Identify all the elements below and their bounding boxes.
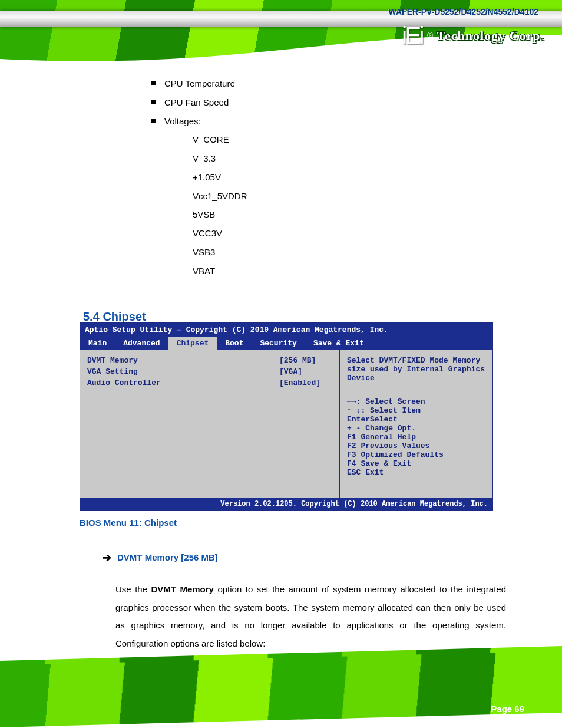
registered-icon: ® (427, 31, 434, 41)
bios-setting-label: Audio Controller (87, 378, 161, 387)
bios-tab: Chipset (168, 337, 217, 350)
monitor-list: CPU TemperatureCPU Fan SpeedVoltages:V_C… (151, 75, 505, 279)
para-before: Use the (115, 584, 151, 594)
bios-help-pane: Select DVMT/FIXED Mode Memory size used … (340, 350, 492, 498)
bios-tab: Security (252, 337, 305, 350)
bios-tab: Boot (217, 337, 252, 350)
bios-setting-row: Audio Controller[Enabled] (87, 378, 332, 387)
bios-nav-line: EnterSelect (347, 415, 485, 424)
list-item: CPU Temperature (151, 75, 505, 92)
section-title: Chipset (103, 310, 146, 323)
bios-menu-figure: Aptio Setup Utility – Copyright (C) 2010… (80, 322, 493, 511)
bios-footer: Version 2.02.1205. Copyright (C) 2010 Am… (80, 498, 492, 510)
list-item: VSB3 (193, 244, 505, 261)
list-item: +1.05V (193, 169, 505, 186)
option-heading-row: ➔ DVMT Memory [256 MB] (103, 547, 506, 569)
voltage-sublist: V_COREV_3.3+1.05VVcc1_5VDDR5VSBVCC3VVSB3… (193, 131, 505, 279)
figure-caption: BIOS Menu 11: Chipset (80, 518, 177, 528)
bios-nav-line: F3 Optimized Defaults (347, 450, 485, 459)
bios-help-text: Select DVMT/FIXED Mode Memory size used … (347, 356, 485, 383)
list-item: 5VSB (193, 206, 505, 223)
brand-name-text: Technology Corp (437, 28, 540, 43)
bios-setting-label: VGA Setting (87, 367, 138, 376)
brand-block: iEi ® Technology Corp. (402, 24, 544, 48)
bios-header: Aptio Setup Utility – Copyright (C) 2010… (80, 323, 492, 337)
brand-name: Technology Corp. (437, 28, 544, 44)
bios-tabs: MainAdvancedChipsetBootSecuritySave & Ex… (80, 337, 492, 350)
bios-setting-value: [VGA] (279, 367, 332, 376)
arrow-right-icon: ➔ (103, 547, 111, 569)
list-item: VBAT (193, 263, 505, 279)
bios-divider (347, 390, 485, 390)
bios-nav-line: F2 Previous Values (347, 442, 485, 450)
bios-settings-pane: DVMT Memory[256 MB]VGA Setting[VGA]Audio… (80, 350, 340, 498)
bios-setting-row: VGA Setting[VGA] (87, 367, 332, 376)
para-bold: DVMT Memory (151, 584, 213, 594)
list-item: V_CORE (193, 131, 505, 148)
document-title: WAFER-PV-D5252/D4252/N4552/D4102 (389, 7, 538, 17)
list-item: V_3.3 (193, 150, 505, 167)
bios-setting-label: DVMT Memory (87, 356, 138, 365)
list-item: Vcc1_5VDDR (193, 188, 505, 205)
bios-nav-line: ←→: Select Screen (347, 397, 485, 406)
page-number: Page 69 (491, 704, 524, 714)
list-item: VCC3V (193, 225, 505, 242)
bios-nav-line: + - Change Opt. (347, 424, 485, 433)
footer-band (0, 645, 562, 728)
bios-nav-line: F4 Save & Exit (347, 459, 485, 468)
option-heading: DVMT Memory [256 MB] (117, 549, 218, 567)
brand-logo-text: iEi (402, 24, 422, 48)
bios-tab: Save & Exit (305, 337, 372, 350)
section-number: 5.4 (83, 310, 100, 323)
list-item: Voltages:V_COREV_3.3+1.05VVcc1_5VDDR5VSB… (151, 113, 505, 279)
brand-suffix: . (542, 33, 545, 42)
list-item: CPU Fan Speed (151, 94, 505, 111)
bios-setting-value: [Enabled] (279, 378, 332, 387)
bios-nav-line: ESC Exit (347, 468, 485, 477)
bios-nav-keys: ←→: Select Screen↑ ↓: Select ItemEnterSe… (347, 397, 485, 477)
option-paragraph: Use the DVMT Memory option to set the am… (115, 581, 506, 653)
bios-nav-line: ↑ ↓: Select Item (347, 406, 485, 415)
bios-tab: Main (80, 337, 115, 350)
bios-tab: Advanced (115, 337, 168, 350)
bios-nav-line: F1 General Help (347, 433, 485, 442)
bios-setting-value: [256 MB] (279, 356, 332, 365)
bios-setting-row: DVMT Memory[256 MB] (87, 356, 332, 365)
